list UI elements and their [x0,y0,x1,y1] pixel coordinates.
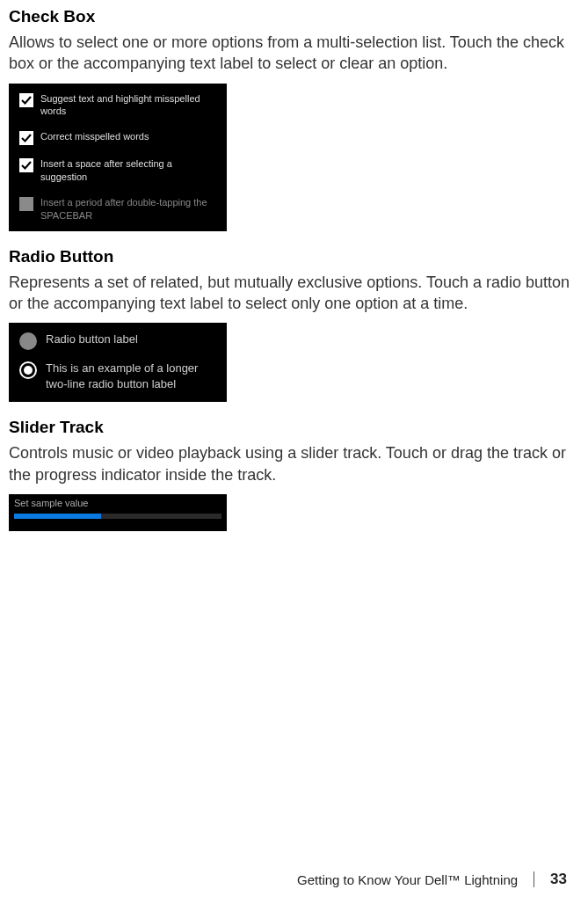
checkbox-checked-icon [19,93,33,107]
radio-selected-icon [19,361,37,379]
slider-track[interactable] [14,514,221,519]
example-radio: Radio button label This is an example of… [9,323,227,402]
checkbox-label: Suggest text and highlight misspelled wo… [40,92,216,119]
example-checkbox: Suggest text and highlight misspelled wo… [9,84,227,231]
heading-slider: Slider Track [9,418,579,437]
footer-chapter: Getting to Know Your Dell™ Lightning [297,872,518,887]
checkbox-label: Insert a space after selecting a suggest… [40,157,216,184]
heading-checkbox: Check Box [9,7,579,26]
slider-title: Set sample value [14,498,221,508]
radio-row[interactable]: Radio button label [19,332,216,350]
heading-radio: Radio Button [9,247,579,266]
checkbox-label: Insert a period after double-tapping the… [40,196,216,222]
radio-label: Radio button label [46,332,138,347]
slider-fill [14,514,101,519]
footer-divider-icon [534,871,534,887]
checkbox-checked-icon [19,158,33,172]
checkbox-label: Correct misspelled words [40,130,149,143]
body-radio: Represents a set of related, but mutuall… [9,272,579,315]
example-slider: Set sample value [9,494,227,531]
checkbox-row[interactable]: Insert a period after double-tapping the… [19,196,216,222]
checkbox-checked-icon [19,131,33,145]
checkbox-unchecked-icon [19,197,33,211]
checkbox-row[interactable]: Suggest text and highlight misspelled wo… [19,92,216,119]
radio-label: This is an example of a longer two-line … [46,361,216,391]
page-footer: Getting to Know Your Dell™ Lightning 33 [297,871,567,888]
footer-page-number: 33 [550,871,567,888]
body-slider: Controls music or video playback using a… [9,442,579,485]
radio-unselected-icon [19,332,37,350]
checkbox-row[interactable]: Insert a space after selecting a suggest… [19,157,216,184]
radio-row[interactable]: This is an example of a longer two-line … [19,361,216,391]
checkbox-row[interactable]: Correct misspelled words [19,130,216,145]
body-checkbox: Allows to select one or more options fro… [9,32,579,75]
